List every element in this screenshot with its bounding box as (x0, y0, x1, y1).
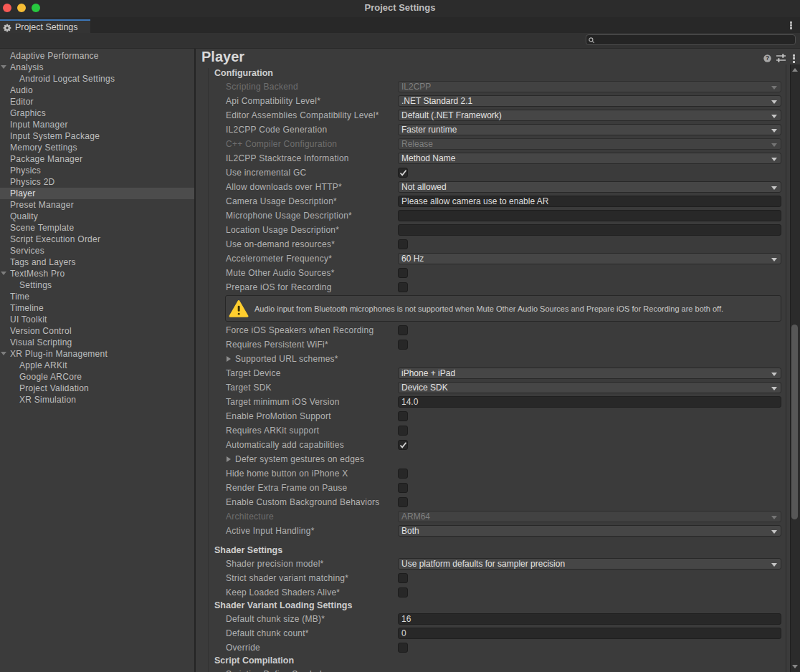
svg-text:?: ? (766, 54, 769, 62)
